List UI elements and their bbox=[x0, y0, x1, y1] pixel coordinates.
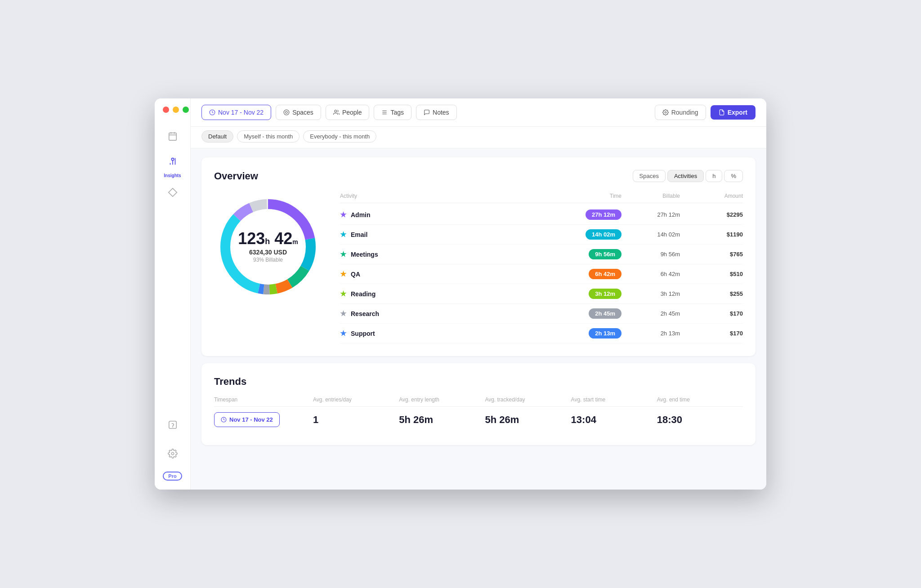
sidebar-item-insights[interactable]: Insights bbox=[162, 151, 183, 178]
time-badge: 3h 12m bbox=[589, 289, 621, 299]
activity-name-cell: ★ Support bbox=[340, 329, 554, 338]
activity-name-cell: ★ Meetings bbox=[340, 250, 554, 258]
star-icon: ★ bbox=[340, 290, 346, 298]
activity-rows: ★ Admin 27h 12m 27h 12m $2295 ★ Email 14… bbox=[340, 205, 743, 343]
export-label: Export bbox=[728, 109, 747, 116]
view-activities-btn[interactable]: Activities bbox=[667, 170, 704, 182]
time-badge: 2h 13m bbox=[589, 328, 621, 339]
filter-row: Default Myself - this month Everybody - … bbox=[191, 127, 766, 148]
notes-button[interactable]: Notes bbox=[416, 105, 457, 120]
star-icon: ★ bbox=[340, 230, 346, 239]
activity-time-cell: 27h 12m bbox=[554, 209, 621, 220]
spaces-button[interactable]: Spaces bbox=[276, 105, 321, 120]
trends-date-btn-wrapper: Nov 17 - Nov 22 bbox=[214, 412, 313, 427]
view-spaces-btn[interactable]: Spaces bbox=[633, 170, 666, 182]
time-badge: 27h 12m bbox=[586, 209, 621, 220]
trends-date-range-label: Nov 17 - Nov 22 bbox=[229, 416, 273, 423]
activity-table: Activity Time Billable Amount ★ Admin 27… bbox=[340, 193, 743, 343]
time-badge: 9h 56m bbox=[589, 249, 621, 259]
time-badge: 2h 45m bbox=[589, 308, 621, 319]
activity-time-cell: 3h 12m bbox=[554, 289, 621, 299]
rounding-button[interactable]: Rounding bbox=[655, 105, 706, 120]
window-controls bbox=[163, 107, 189, 113]
people-label: People bbox=[342, 109, 362, 116]
maximize-button[interactable] bbox=[183, 107, 189, 113]
date-range-button[interactable]: Nov 17 - Nov 22 bbox=[201, 105, 271, 120]
activity-name-cell: ★ QA bbox=[340, 270, 554, 278]
activity-amount-cell: $170 bbox=[689, 310, 743, 317]
overview-card: Overview Spaces Activities h % bbox=[201, 157, 756, 356]
activity-amount-cell: $765 bbox=[689, 251, 743, 258]
filter-default[interactable]: Default bbox=[201, 130, 233, 143]
clock-icon bbox=[209, 109, 215, 116]
svg-point-8 bbox=[171, 452, 174, 455]
svg-rect-0 bbox=[169, 133, 176, 141]
view-percent-btn[interactable]: % bbox=[724, 170, 743, 182]
sidebar-item-calendar[interactable] bbox=[162, 125, 183, 147]
trends-col-timespan: Timespan bbox=[214, 396, 313, 403]
activity-amount-cell: $2295 bbox=[689, 211, 743, 218]
pro-badge[interactable]: Pro bbox=[163, 472, 182, 481]
minimize-button[interactable] bbox=[173, 107, 179, 113]
topbar: Nov 17 - Nov 22 Spaces People bbox=[191, 98, 766, 127]
donut-usd: 6324,30 USD bbox=[238, 249, 298, 256]
spaces-icon bbox=[283, 109, 290, 116]
trends-data-row: Nov 17 - Nov 22 1 5h 26m 5h 26m 13:04 18… bbox=[214, 407, 743, 432]
trends-avg-entry-length: 5h 26m bbox=[399, 414, 485, 426]
filter-myself[interactable]: Myself - this month bbox=[237, 130, 300, 143]
donut-center-info: 123h 42m 6324,30 USD 93% Billable bbox=[238, 231, 298, 263]
activity-time-cell: 9h 56m bbox=[554, 249, 621, 259]
overview-body: 123h 42m 6324,30 USD 93% Billable Activi… bbox=[214, 193, 743, 343]
trends-col-tracked: Avg. tracked/day bbox=[485, 396, 571, 403]
table-row: ★ Support 2h 13m 2h 13m $170 bbox=[340, 324, 743, 343]
view-h-btn[interactable]: h bbox=[706, 170, 722, 182]
sidebar-item-settings[interactable] bbox=[162, 443, 183, 464]
gear-icon bbox=[662, 109, 669, 116]
activity-billable-cell: 27h 12m bbox=[621, 211, 689, 218]
svg-point-11 bbox=[286, 111, 288, 114]
trends-col-end: Avg. end time bbox=[657, 396, 743, 403]
activity-name-cell: ★ Admin bbox=[340, 210, 554, 219]
activity-amount-cell: $255 bbox=[689, 290, 743, 297]
close-button[interactable] bbox=[163, 107, 169, 113]
trends-card: Trends Timespan Avg. entries/day Avg. en… bbox=[201, 363, 756, 445]
col-billable-header: Billable bbox=[621, 193, 689, 199]
sidebar-bottom: Pro bbox=[162, 414, 183, 490]
spaces-label: Spaces bbox=[292, 109, 313, 116]
trends-avg-entries: 1 bbox=[313, 414, 399, 426]
table-row: ★ Research 2h 45m 2h 45m $170 bbox=[340, 304, 743, 324]
activity-name-cell: ★ Reading bbox=[340, 290, 554, 298]
activity-billable-cell: 3h 12m bbox=[621, 290, 689, 297]
notes-label: Notes bbox=[433, 109, 449, 116]
activity-amount-cell: $170 bbox=[689, 330, 743, 337]
sidebar-item-help[interactable] bbox=[162, 414, 183, 436]
view-toggle: Spaces Activities h % bbox=[633, 170, 743, 182]
tags-icon bbox=[381, 109, 388, 116]
trends-avg-end: 18:30 bbox=[657, 414, 743, 426]
svg-point-12 bbox=[335, 110, 337, 112]
activity-amount-cell: $1190 bbox=[689, 231, 743, 238]
tags-label: Tags bbox=[390, 109, 404, 116]
col-time-header: Time bbox=[554, 193, 621, 199]
filter-everybody[interactable]: Everybody - this month bbox=[303, 130, 376, 143]
sidebar-item-diamond[interactable] bbox=[162, 182, 183, 203]
people-button[interactable]: People bbox=[326, 105, 370, 120]
table-header: Activity Time Billable Amount bbox=[340, 193, 743, 203]
table-row: ★ QA 6h 42m 6h 42m $510 bbox=[340, 264, 743, 284]
rounding-label: Rounding bbox=[671, 109, 698, 116]
sidebar-insights-label: Insights bbox=[164, 173, 181, 178]
content-area: Overview Spaces Activities h % bbox=[191, 148, 766, 490]
activity-time-cell: 2h 45m bbox=[554, 308, 621, 319]
time-badge: 6h 42m bbox=[589, 269, 621, 279]
tags-button[interactable]: Tags bbox=[374, 105, 411, 120]
activity-billable-cell: 2h 13m bbox=[621, 330, 689, 337]
col-amount-header: Amount bbox=[689, 193, 743, 199]
donut-chart: 123h 42m 6324,30 USD 93% Billable bbox=[214, 193, 322, 301]
trends-col-entry-length: Avg. entry length bbox=[399, 396, 485, 403]
export-button[interactable]: Export bbox=[711, 105, 756, 120]
star-icon: ★ bbox=[340, 309, 346, 318]
donut-billable: 93% Billable bbox=[238, 257, 298, 263]
trends-avg-start: 13:04 bbox=[571, 414, 657, 426]
trends-date-range-button[interactable]: Nov 17 - Nov 22 bbox=[214, 412, 280, 427]
activity-time-cell: 14h 02m bbox=[554, 229, 621, 240]
